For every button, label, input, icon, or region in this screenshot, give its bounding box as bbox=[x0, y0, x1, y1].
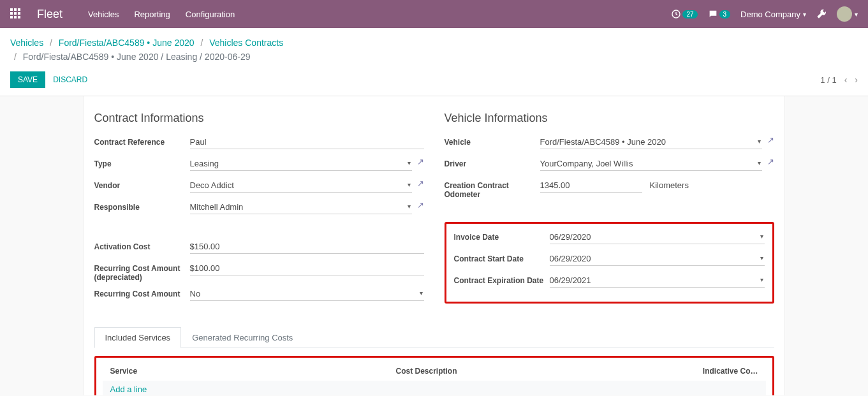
contract-info-section: Contract Informations Contract Reference… bbox=[94, 112, 424, 309]
recurring-cost-select[interactable]: No bbox=[190, 287, 424, 301]
start-date-input[interactable]: 06/29/2020 bbox=[550, 252, 765, 266]
add-line-button[interactable]: Add a line bbox=[103, 381, 766, 395]
external-link-icon[interactable]: ↗ bbox=[767, 157, 774, 166]
external-link-icon[interactable]: ↗ bbox=[417, 157, 424, 166]
end-date-input[interactable]: 06/29/2021 bbox=[550, 274, 765, 288]
breadcrumb-separator: / bbox=[200, 38, 203, 48]
label-vendor: Vendor bbox=[94, 179, 190, 190]
invoice-date-input[interactable]: 06/29/2020 bbox=[550, 230, 765, 244]
discard-button[interactable]: DISCARD bbox=[45, 71, 95, 88]
chat-icon bbox=[708, 9, 718, 19]
menu-reporting[interactable]: Reporting bbox=[134, 10, 170, 19]
type-select[interactable]: Leasing bbox=[190, 157, 412, 171]
company-name: Demo Company bbox=[740, 10, 800, 19]
dates-highlight-box: Invoice Date 06/29/2020 ▾ Contract Start… bbox=[445, 222, 774, 304]
pager-next[interactable]: › bbox=[855, 75, 858, 85]
header-service: Service bbox=[110, 367, 396, 376]
external-link-icon[interactable]: ↗ bbox=[417, 200, 424, 210]
menu-configuration[interactable]: Configuration bbox=[186, 10, 235, 19]
activation-cost-input[interactable]: $150.00 bbox=[190, 240, 424, 254]
recurring-cost-dep-input[interactable]: $100.00 bbox=[190, 261, 424, 275]
messages-button[interactable]: 3 bbox=[708, 9, 731, 19]
breadcrumb-separator: / bbox=[50, 38, 52, 48]
vehicle-info-section: Vehicle Informations Vehicle Ford/Fiesta… bbox=[445, 112, 774, 309]
external-link-icon[interactable]: ↗ bbox=[767, 135, 774, 145]
section-title: Contract Informations bbox=[94, 112, 424, 125]
menu-vehicles[interactable]: Vehicles bbox=[88, 10, 119, 19]
caret-down-icon: ▾ bbox=[803, 11, 806, 18]
odometer-input[interactable]: 1345.00 bbox=[540, 179, 642, 193]
vehicle-select[interactable]: Ford/Fiesta/ABC4589 • June 2020 bbox=[540, 135, 762, 149]
form-area: Contract Informations Contract Reference… bbox=[0, 96, 868, 395]
pager: 1 / 1 ‹ › bbox=[820, 75, 858, 85]
label-end-date: Contract Expiration Date bbox=[454, 274, 550, 285]
navbar: Fleet Vehicles Reporting Configuration 2… bbox=[0, 0, 868, 28]
label-type: Type bbox=[94, 157, 190, 168]
services-highlight-box: Service Cost Description Indicative Co… … bbox=[94, 356, 774, 395]
user-menu[interactable]: ▾ bbox=[837, 6, 858, 22]
brand[interactable]: Fleet bbox=[37, 8, 63, 21]
services-table-header: Service Cost Description Indicative Co… bbox=[103, 362, 766, 381]
activities-badge: 27 bbox=[682, 10, 697, 18]
label-start-date: Contract Start Date bbox=[454, 252, 550, 263]
header-indicative-cost: Indicative Co… bbox=[682, 367, 758, 376]
odometer-unit: Kilometers bbox=[650, 180, 689, 190]
avatar bbox=[837, 6, 852, 22]
driver-select[interactable]: YourCompany, Joel Willis bbox=[540, 157, 762, 171]
apps-icon[interactable] bbox=[10, 8, 22, 20]
company-switcher[interactable]: Demo Company ▾ bbox=[740, 10, 806, 19]
breadcrumb-current: Ford/Fiesta/ABC4589 • June 2020 / Leasin… bbox=[23, 52, 251, 62]
label-vehicle: Vehicle bbox=[445, 135, 540, 147]
tab-included-services[interactable]: Included Services bbox=[94, 327, 182, 348]
breadcrumb-item[interactable]: Vehicles bbox=[10, 38, 43, 48]
activities-button[interactable]: 27 bbox=[671, 9, 697, 19]
breadcrumb-item[interactable]: Vehicles Contracts bbox=[209, 38, 283, 48]
contract-reference-input[interactable]: Paul bbox=[190, 135, 424, 149]
header-cost-description: Cost Description bbox=[396, 367, 682, 376]
breadcrumb-item[interactable]: Ford/Fiesta/ABC4589 • June 2020 bbox=[59, 38, 195, 48]
section-title: Vehicle Informations bbox=[445, 112, 774, 125]
vendor-select[interactable]: Deco Addict bbox=[190, 179, 412, 193]
label-invoice-date: Invoice Date bbox=[454, 230, 550, 242]
pager-prev[interactable]: ‹ bbox=[844, 75, 848, 85]
tab-generated-recurring-costs[interactable]: Generated Recurring Costs bbox=[181, 327, 304, 348]
label-contract-reference: Contract Reference bbox=[94, 135, 190, 147]
label-odometer: Creation Contract Odometer bbox=[445, 179, 540, 199]
debug-button[interactable] bbox=[816, 9, 827, 19]
label-responsible: Responsible bbox=[94, 200, 190, 212]
wrench-icon bbox=[816, 9, 827, 19]
external-link-icon[interactable]: ↗ bbox=[417, 179, 424, 188]
responsible-select[interactable]: Mitchell Admin bbox=[190, 200, 412, 214]
tabs: Included Services Generated Recurring Co… bbox=[94, 326, 774, 395]
breadcrumb-separator: / bbox=[14, 52, 17, 62]
save-button[interactable]: SAVE bbox=[10, 71, 45, 88]
clock-icon bbox=[671, 9, 681, 19]
label-activation-cost: Activation Cost bbox=[94, 240, 190, 251]
messages-badge: 3 bbox=[719, 10, 731, 18]
label-recurring-cost-depreciated: Recurring Cost Amount (depreciated) bbox=[94, 261, 190, 282]
control-panel: Vehicles / Ford/Fiesta/ABC4589 • June 20… bbox=[0, 28, 868, 96]
pager-text: 1 / 1 bbox=[820, 75, 836, 85]
label-driver: Driver bbox=[445, 157, 540, 168]
caret-down-icon: ▾ bbox=[855, 11, 858, 18]
breadcrumb: Vehicles / Ford/Fiesta/ABC4589 • June 20… bbox=[10, 36, 858, 64]
label-recurring-cost: Recurring Cost Amount bbox=[94, 287, 190, 298]
